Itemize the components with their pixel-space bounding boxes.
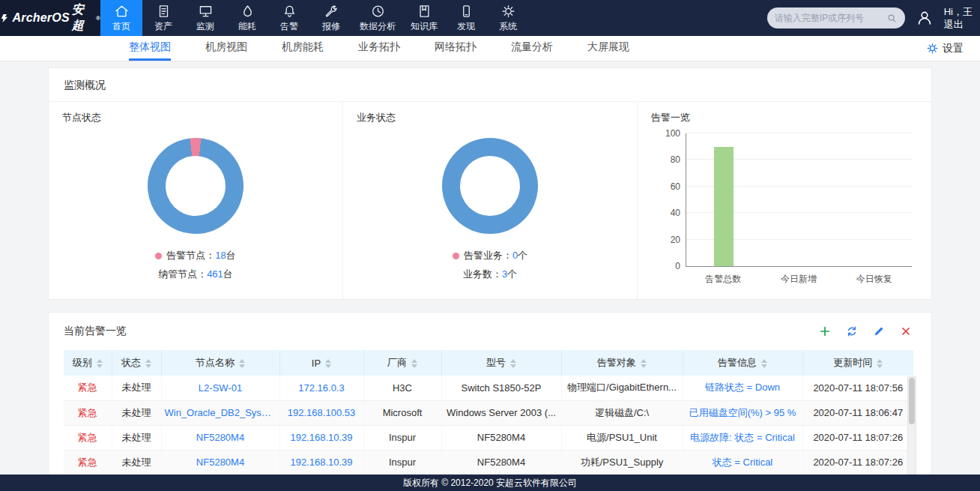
tab-big-screen[interactable]: 大屏展现 xyxy=(587,36,629,61)
cell-ip[interactable]: 172.16.0.3 xyxy=(279,376,363,400)
card-title: 节点状态 xyxy=(62,111,329,124)
column-header-ip[interactable]: IP xyxy=(279,350,363,376)
nav-item-home[interactable]: 首页 xyxy=(100,0,142,36)
bar-chart-plot: 020406080100 xyxy=(686,133,912,267)
node-status-card: 节点状态 告警节点：18台 纳管节点：461台 xyxy=(49,102,342,299)
refresh-icon xyxy=(846,325,858,337)
cell-ip[interactable]: 192.168.10.39 xyxy=(279,425,363,450)
legend-label: 业务数： xyxy=(463,268,502,280)
nav-item-monitor[interactable]: 监测 xyxy=(184,0,226,36)
table-scrollbar[interactable] xyxy=(907,376,916,475)
search-input[interactable] xyxy=(775,13,886,23)
tab-traffic-analysis[interactable]: 流量分析 xyxy=(511,36,553,61)
bar-告警总数 xyxy=(714,147,734,266)
legend-unit: 台 xyxy=(223,268,233,280)
sort-icon[interactable] xyxy=(761,359,767,368)
nav-item-label: 知识库 xyxy=(411,20,438,33)
y-tick-label: 0 xyxy=(653,261,680,271)
cell-vendor: Microsoft xyxy=(363,400,441,425)
cell-update-time: 2020-07-11 18:06:47 xyxy=(802,400,913,425)
cell-alert-info[interactable]: 已用磁盘空间(%) > 95 % xyxy=(683,400,802,425)
global-search[interactable] xyxy=(767,7,905,28)
column-header-label: 节点名称 xyxy=(196,357,235,368)
tab-business-topology[interactable]: 业务拓扑 xyxy=(358,36,400,61)
tab-room-energy[interactable]: 机房能耗 xyxy=(282,36,324,61)
sort-icon[interactable] xyxy=(325,359,331,368)
column-header-model[interactable]: 型号 xyxy=(441,350,561,376)
sort-icon[interactable] xyxy=(411,359,417,368)
nav-item-label: 系统 xyxy=(499,20,517,33)
sort-icon[interactable] xyxy=(877,359,883,368)
node-status-donut-wrap xyxy=(62,138,329,234)
delete-button[interactable] xyxy=(900,325,912,337)
legend-unit: 个 xyxy=(518,250,527,261)
nav-item-repair[interactable]: 报修 xyxy=(310,0,352,36)
legend-unit: 台 xyxy=(226,250,236,261)
home-icon xyxy=(114,4,130,19)
pencil-icon xyxy=(873,325,885,337)
sort-icon[interactable] xyxy=(510,359,516,368)
cell-model: Windows Server 2003 (... xyxy=(441,400,561,425)
y-tick-label: 40 xyxy=(653,208,680,218)
device-icon xyxy=(459,4,474,19)
column-header-alert-object[interactable]: 告警对象 xyxy=(561,350,683,376)
column-header-level[interactable]: 级别 xyxy=(64,350,112,376)
cell-status: 未处理 xyxy=(112,450,161,475)
sort-icon[interactable] xyxy=(97,359,103,368)
nav-item-alerts[interactable]: 告警 xyxy=(268,0,310,36)
alerts-actions xyxy=(819,325,916,337)
bell-icon xyxy=(282,4,297,19)
cell-ip[interactable]: 192.168.10.39 xyxy=(279,450,363,475)
cell-node-name[interactable]: L2-SW-01 xyxy=(161,376,279,400)
edit-button[interactable] xyxy=(873,325,885,337)
search-icon[interactable] xyxy=(886,13,898,24)
refresh-button[interactable] xyxy=(846,325,858,337)
settings-button[interactable]: 设置 xyxy=(926,36,964,61)
sort-icon[interactable] xyxy=(641,359,647,368)
column-header-label: IP xyxy=(312,358,321,369)
nav-item-knowledge-base[interactable]: 知识库 xyxy=(403,0,445,36)
user-avatar-icon[interactable] xyxy=(916,9,934,27)
nav-item-discovery[interactable]: 发现 xyxy=(445,0,487,36)
add-button[interactable] xyxy=(819,325,831,337)
overview-cards: 节点状态 告警节点：18台 纳管节点：461台 业务状态 告警业务：0个 业务数… xyxy=(49,102,931,299)
sort-icon[interactable] xyxy=(145,359,151,368)
nav-item-label: 数据分析 xyxy=(360,20,396,33)
tab-network-topology[interactable]: 网络拓扑 xyxy=(435,36,477,61)
column-header-status[interactable]: 状态 xyxy=(112,350,161,376)
cell-ip[interactable]: 192.168.100.53 xyxy=(279,400,363,425)
top-navbar: ArcherOS安超® 首页 资产 监测 能耗 告警 报修 数据分析 xyxy=(0,0,980,36)
sort-icon[interactable] xyxy=(239,359,245,368)
cell-status: 未处理 xyxy=(112,425,161,450)
cell-node-name[interactable]: Win_Oracle_DB2_Sysba... xyxy=(161,400,279,425)
column-header-label: 型号 xyxy=(486,357,506,368)
nav-item-data-analysis[interactable]: 数据分析 xyxy=(352,0,403,36)
cell-alert-info[interactable]: 状态 = Critical xyxy=(683,450,802,475)
pie-clock-icon xyxy=(370,4,386,19)
column-header-vendor[interactable]: 厂商 xyxy=(363,350,441,376)
cell-alert-info[interactable]: 链路状态 = Down xyxy=(683,376,802,400)
column-header-alert-info[interactable]: 告警信息 xyxy=(683,350,802,376)
nav-item-energy[interactable]: 能耗 xyxy=(226,0,268,36)
cell-node-name[interactable]: NF5280M4 xyxy=(161,425,279,450)
cell-level: 紧急 xyxy=(64,450,112,475)
bar-slot xyxy=(686,133,761,266)
legend-item: 告警节点：18台 xyxy=(62,246,329,265)
nav-item-system[interactable]: 系统 xyxy=(487,0,529,36)
column-header-update-time[interactable]: 更新时间 xyxy=(802,350,913,376)
column-header-node-name[interactable]: 节点名称 xyxy=(161,350,279,376)
cell-node-name[interactable]: NF5280M4 xyxy=(161,450,279,475)
nav-item-label: 监测 xyxy=(196,20,214,33)
y-tick-label: 60 xyxy=(653,181,680,192)
scrollbar-thumb[interactable] xyxy=(909,378,915,424)
app-logo[interactable]: ArcherOS安超® xyxy=(0,0,100,36)
cell-alert-object: 电源/PSU1_Unit xyxy=(561,425,683,450)
legend-value: 18 xyxy=(215,250,226,261)
cell-alert-info[interactable]: 电源故障: 状态 = Critical xyxy=(683,425,802,450)
tab-overall-view[interactable]: 整体视图 xyxy=(129,36,171,61)
alerts-header: 当前告警一览 xyxy=(64,325,916,338)
nav-item-assets[interactable]: 资产 xyxy=(142,0,184,36)
tab-room-view[interactable]: 机房视图 xyxy=(205,36,247,61)
logout-link[interactable]: 退出 xyxy=(944,18,973,31)
monitor-icon xyxy=(198,4,214,19)
